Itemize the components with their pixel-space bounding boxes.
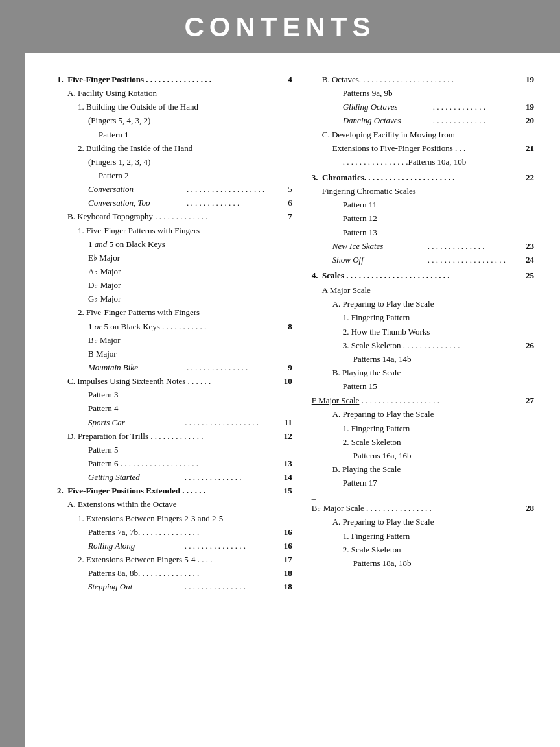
toc-item-mountain-bike: Mountain Bike . . . . . . . . . . . . . … [57, 361, 292, 374]
left-border [0, 0, 25, 747]
toc-item-b-octaves: B. Octaves. . . . . . . . . . . . . . . … [312, 73, 534, 86]
toc-item-patterns-16a-16b: Patterns 16a, 16b [312, 449, 534, 462]
toc-item-pattern6: Pattern 6 . . . . . . . . . . . . . . . … [57, 457, 292, 470]
toc-item-eb-major: E♭ Major [57, 252, 292, 265]
toc-item-pattern13: Pattern 13 [312, 226, 534, 239]
toc-item-pattern4: Pattern 4 [57, 402, 292, 415]
toc-item-preparing-a-major: A. Preparing to Play the Scale [312, 298, 534, 311]
toc-item-ext-2-3-2-5: 1. Extensions Between Fingers 2-3 and 2-… [57, 512, 292, 525]
toc-item-stepping-out: Stepping Out . . . . . . . . . . . . . .… [57, 580, 292, 593]
toc-item-db-major: D♭ Major [57, 279, 292, 292]
toc-item-gb-major: G♭ Major [57, 292, 292, 305]
toc-item-pattern5: Pattern 5 [57, 444, 292, 456]
toc-item-patterns-10a-10b: . . . . . . . . . . . . . . . .Patterns … [312, 156, 534, 169]
content-area: 1. Five-Finger Positions . . . . . . . .… [25, 53, 560, 620]
toc-item-2-inside: 2. Building the Inside of the Hand [57, 142, 292, 155]
toc-item-pattern17: Pattern 17 [312, 477, 534, 490]
toc-item-a-facility: A. Facility Using Rotation [57, 87, 292, 100]
toc-item-patterns-14a-14b: Patterns 14a, 14b [312, 353, 534, 366]
left-column: 1. Five-Finger Positions . . . . . . . .… [57, 73, 305, 594]
toc-item-bb-major: B♭ Major [57, 334, 292, 347]
toc-item-2-skeleton-bb: 2. Scale Skeleton [312, 543, 534, 556]
page-title: CONTENTS [185, 12, 376, 42]
toc-item-bb-major-scale: B♭ Major Scale . . . . . . . . . . . . .… [312, 502, 534, 515]
toc-item-4: 4. Scales . . . . . . . . . . . . . . . … [312, 269, 534, 282]
toc-item-pattern2: Pattern 2 [57, 169, 292, 182]
toc-item-d-preparation: D. Preparation for Trills . . . . . . . … [57, 430, 292, 443]
toc-item-1-fingering-f: 1. Fingering Pattern [312, 422, 534, 435]
toc-item-pattern15: Pattern 15 [312, 380, 534, 393]
toc-item-a-extensions: A. Extensions within the Octave [57, 498, 292, 511]
header-bar: CONTENTS [0, 0, 560, 53]
toc-item-pattern11: Pattern 11 [312, 198, 534, 211]
toc-item-fingers-1234: (Fingers 1, 2, 3, 4) [57, 156, 292, 169]
toc-item-conversation-too: Conversation, Too . . . . . . . . . . . … [57, 196, 292, 209]
toc-item-dancing-octaves: Dancing Octaves. . . . . . . . . . . . .… [312, 114, 534, 127]
toc-item-new-ice-skates: New Ice Skates . . . . . . . . . . . . .… [312, 240, 534, 253]
toc-item-b-keyboard: B. Keyboard Topography . . . . . . . . .… [57, 210, 292, 223]
toc-item-b-playing-a: B. Playing the Scale [312, 366, 534, 379]
toc-item-f-major: F Major Scale . . . . . . . . . . . . . … [312, 394, 534, 407]
underline-bb-major-line: _ [312, 491, 534, 501]
toc-item-patterns-8a-8b: Patterns 8a, 8b. . . . . . . . . . . . .… [57, 567, 292, 580]
toc-item-pattern1: Pattern 1 [57, 128, 292, 141]
toc-item-pattern12: Pattern 12 [312, 212, 534, 225]
toc-item-3-skeleton: 3. Scale Skeleton . . . . . . . . . . . … [312, 339, 534, 352]
toc-item-preparing-bb: A. Preparing to Play the Scale [312, 516, 534, 528]
toc-item-conversation: Conversation. . . . . . . . . . . . . . … [57, 183, 292, 196]
toc-item-b-playing-f: B. Playing the Scale [312, 463, 534, 476]
toc-item-1: 1. Five-Finger Positions . . . . . . . .… [57, 73, 292, 86]
toc-item-3: 3. Chromatics. . . . . . . . . . . . . .… [312, 171, 534, 184]
toc-item-1-or-5-black: 1 or 5 on Black Keys . . . . . . . . . .… [57, 320, 292, 333]
right-column: B. Octaves. . . . . . . . . . . . . . . … [305, 73, 534, 594]
toc-item-2-five-finger-patterns: 2. Five-Finger Patterns with Fingers [57, 306, 292, 319]
toc-item-patterns-9a-9b: Patterns 9a, 9b [312, 87, 534, 100]
toc-item-fingering-chromatic: Fingering Chromatic Scales [312, 185, 534, 198]
toc-item-gliding-octaves: Gliding Octaves . . . . . . . . . . . . … [312, 101, 534, 113]
toc-item-1-outside: 1. Building the Outside of the Hand [57, 101, 292, 113]
toc-item-rolling-along: Rolling Along . . . . . . . . . . . . . … [57, 540, 292, 552]
toc-item-ab-major: A♭ Major [57, 265, 292, 278]
toc-item-a-major-scale-header: A Major Scale [312, 284, 534, 297]
toc-item-2: 2. Five-Finger Positions Extended . . . … [57, 484, 292, 497]
toc-item-patterns-18a-18b: Patterns 18a, 18b [312, 557, 534, 570]
toc-item-c-developing: C. Developing Facility in Moving from [312, 128, 534, 141]
toc-item-show-off: Show Off . . . . . . . . . . . . . . . .… [312, 254, 534, 267]
toc-item-c-impulses: C. Impulses Using Sixteenth Notes . . . … [57, 375, 292, 388]
toc-item-preparing-f: A. Preparing to Play the Scale [312, 408, 534, 421]
toc-item-1-five-finger-patterns: 1. Five-Finger Patterns with Fingers [57, 224, 292, 237]
toc-item-2-thumb: 2. How the Thumb Works [312, 326, 534, 338]
toc-item-ext-5-4: 2. Extensions Between Fingers 5-4 . . . … [57, 553, 292, 566]
toc-item-patterns-7a-7b: Patterns 7a, 7b. . . . . . . . . . . . .… [57, 526, 292, 539]
toc-item-1-and-5-black: 1 and 5 on Black Keys [57, 238, 292, 251]
toc-item-1-fingering-bb: 1. Fingering Pattern [312, 530, 534, 543]
bb-major-marker: _ [312, 491, 316, 501]
toc-item-2-skeleton-f: 2. Scale Skeleton [312, 436, 534, 449]
toc-item-pattern3: Pattern 3 [57, 388, 292, 401]
toc-item-1-fingering: 1. Fingering Pattern [312, 311, 534, 324]
toc-item-sports-car: Sports Car . . . . . . . . . . . . . . .… [57, 416, 292, 429]
toc-item-fingers-5432: (Fingers 5, 4, 3, 2) [57, 114, 292, 127]
underline-a-major [312, 283, 501, 283]
toc-item-b-major: B Major [57, 348, 292, 361]
toc-item-extensions-5finger: Extensions to Five-Finger Positions . . … [312, 142, 534, 155]
toc-item-getting-started: Getting Started . . . . . . . . . . . . … [57, 471, 292, 484]
